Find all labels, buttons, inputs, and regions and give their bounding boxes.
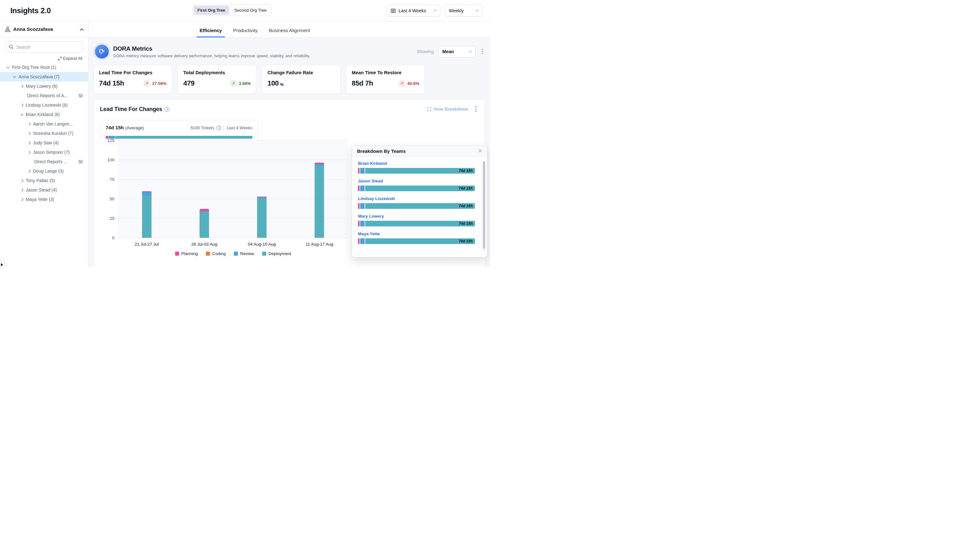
summary-value: 74d 15h xyxy=(106,125,124,131)
chevron-right-icon[interactable] xyxy=(28,141,31,144)
tree-node-direct-reports-of-a[interactable]: Direct Reports of A... xyxy=(0,91,88,100)
team-link[interactable]: Brian Kirkland xyxy=(358,161,475,166)
legend-item-deployment: Deployment xyxy=(262,251,291,256)
search-input[interactable] xyxy=(16,45,79,50)
team-link[interactable]: Jason Stead xyxy=(358,179,475,183)
summary-qualifier: (Average) xyxy=(126,126,144,130)
filter-sliders-icon[interactable] xyxy=(78,93,83,98)
bar-segment-review xyxy=(360,168,364,174)
tree-node-jason-simpson[interactable]: Jason Simpson (7) xyxy=(0,148,88,157)
tree-node-brian-kirkland[interactable]: Brian Kirkland (6) xyxy=(0,110,88,119)
metric-card-title: Change Failure Rate xyxy=(267,70,335,75)
panel-menu-button[interactable] xyxy=(473,105,478,113)
summary-progress-bar xyxy=(106,136,252,139)
tree-node-jason-stead[interactable]: Jason Stead (4) xyxy=(0,185,88,194)
date-range-select[interactable]: Last 4 Weeks xyxy=(387,5,440,17)
dora-title: DORA Metrics xyxy=(113,45,310,52)
dora-menu-button[interactable] xyxy=(480,48,485,56)
search-icon xyxy=(9,45,14,49)
legend-item-planning: Planning xyxy=(175,251,198,256)
tree-node-first-org-tree-root[interactable]: First Org Tree Root (1) xyxy=(0,62,88,72)
chart-bar-3[interactable] xyxy=(257,196,267,238)
chevron-down-icon[interactable] xyxy=(21,113,24,116)
bar-segment-planning xyxy=(358,203,360,209)
tree-node-label: Tony Pallas (5) xyxy=(26,178,55,183)
bar-segment-planning xyxy=(200,209,209,211)
tree-node-anna-scozzafava[interactable]: Anna Scozzafava (7) xyxy=(0,72,88,81)
tab-productivity[interactable]: Productivity xyxy=(233,28,258,37)
tab-efficiency[interactable]: Efficiency xyxy=(200,28,222,37)
chevron-right-icon[interactable] xyxy=(28,122,31,126)
breakdown-row: Brian Kirkland74d 15h xyxy=(358,161,475,174)
y-axis-label: 100 xyxy=(100,158,115,162)
app-title: Insights 2.0 xyxy=(10,6,51,15)
bar-segment-planning xyxy=(358,185,360,191)
granularity-value: Weekly xyxy=(449,8,464,13)
chevron-right-icon[interactable] xyxy=(21,84,24,88)
gridline-50 xyxy=(118,199,348,199)
aggregation-select[interactable]: Mean xyxy=(438,46,476,57)
chart-bar-2[interactable] xyxy=(200,209,209,238)
sidebar-header[interactable]: Anna Scozzafava xyxy=(0,21,88,37)
tree-node-tony-pallas[interactable]: Tony Pallas (5) xyxy=(0,176,88,185)
org-tree-option-first[interactable]: First Org Tree xyxy=(194,6,229,15)
tree-node-mary-lowery[interactable]: Mary Lowery (6) xyxy=(0,81,88,91)
sidebar-search[interactable] xyxy=(5,41,83,53)
chevron-down-icon[interactable] xyxy=(13,75,16,78)
expand-all-button[interactable]: Expand All xyxy=(58,56,82,61)
bar-segment-planning xyxy=(358,221,360,226)
tree-node-label: First Org Tree Root (1) xyxy=(12,65,56,70)
tree-node-label: Jason Stead (4) xyxy=(26,187,57,193)
view-breakdown-button[interactable]: View Breakdown xyxy=(427,107,468,112)
scrollbar-thumb[interactable] xyxy=(483,161,485,249)
tree-node-judy-saw[interactable]: Judy Saw (4) xyxy=(0,138,88,148)
tree-node-lindsay-liszewski[interactable]: Lindsay Liszewski (8) xyxy=(0,100,88,110)
team-link[interactable]: Lindsay Liszewski xyxy=(358,196,475,201)
tree-node-maya-yette[interactable]: Maya Yette (3) xyxy=(0,194,88,204)
team-bar: 74d 15h xyxy=(358,238,475,244)
chevron-right-icon[interactable] xyxy=(21,188,24,191)
metric-card-unit: % xyxy=(280,82,284,87)
info-icon[interactable]: i xyxy=(165,107,169,112)
chart-bar-1[interactable] xyxy=(142,191,151,238)
trend-badge: ↗27.56% xyxy=(143,80,167,87)
bar-segment-review xyxy=(360,185,364,191)
chevron-up-icon[interactable] xyxy=(80,28,83,32)
tree-node-direct-reports[interactable]: Direct Reports ... xyxy=(0,157,88,166)
bar-segment-deployment xyxy=(257,198,267,238)
tree-node-label: Mary Lowery (6) xyxy=(26,84,57,89)
chevron-right-icon[interactable] xyxy=(28,151,31,154)
legend-item-coding: Coding xyxy=(206,251,226,256)
info-icon[interactable]: i xyxy=(216,126,221,130)
close-icon[interactable]: ✕ xyxy=(478,148,482,154)
team-link[interactable]: Mary Lowery xyxy=(358,214,475,218)
chevron-right-icon[interactable] xyxy=(21,104,24,107)
metric-card-value: 85d 7h xyxy=(352,79,373,88)
tree-node-label: Brian Kirkland (6) xyxy=(26,112,60,117)
chart-bar-4[interactable] xyxy=(315,163,324,238)
legend-label: Planning xyxy=(181,251,198,256)
team-bar: 74d 15h xyxy=(358,168,475,174)
tree-node-doug-lange[interactable]: Doug Lange (3) xyxy=(0,166,88,176)
chevron-right-icon[interactable] xyxy=(21,198,24,201)
tree-node-sireesha-kunduri[interactable]: Sireesha Kunduri (7) xyxy=(0,129,88,138)
chevron-right-icon[interactable] xyxy=(21,179,24,182)
tree-node-aaron-van-langen[interactable]: Aaron Van Langen... xyxy=(0,119,88,129)
sidebar-user-name: Anna Scozzafava xyxy=(13,26,53,32)
breakdown-scrollbar[interactable] xyxy=(483,161,485,252)
team-link[interactable]: Maya Yette xyxy=(358,231,475,236)
bar-segment-planning xyxy=(358,168,360,174)
chevron-right-icon[interactable] xyxy=(28,132,31,135)
y-axis-label: 0 xyxy=(100,236,115,240)
bar-segment-review xyxy=(142,192,151,196)
bar-segment-deployment: 74d 15h xyxy=(365,238,475,244)
sidebar-collapse-handle[interactable] xyxy=(0,260,5,267)
gridline-75 xyxy=(118,179,348,180)
chevron-right-icon[interactable] xyxy=(28,169,31,173)
breakdown-row: Lindsay Liszewski74d 15h xyxy=(358,196,475,209)
granularity-select[interactable]: Weekly xyxy=(445,5,482,17)
chevron-down-icon[interactable] xyxy=(6,65,10,69)
filter-sliders-icon[interactable] xyxy=(78,159,83,164)
org-tree-option-second[interactable]: Second Org Tree xyxy=(231,6,270,15)
tab-business-alignment[interactable]: Business Alignment xyxy=(269,28,310,37)
